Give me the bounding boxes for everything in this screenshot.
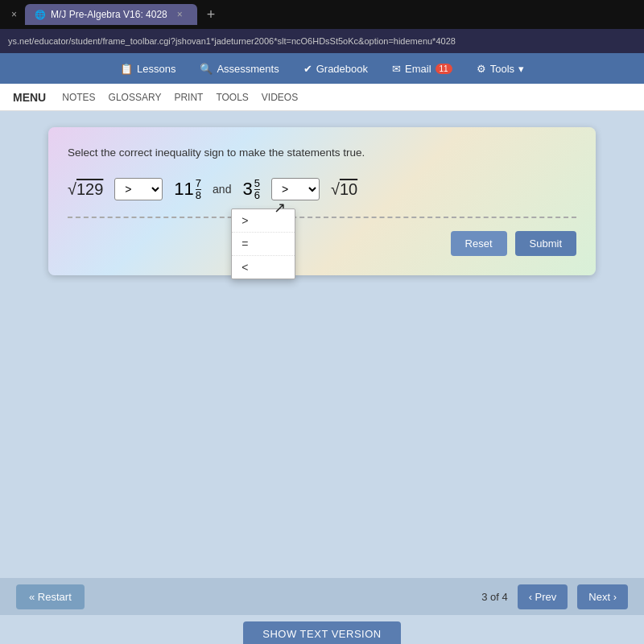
expr2-mixed: 3 5 6 xyxy=(242,178,259,200)
url-bar: ys.net/educator/student/frame_toolbar.cg… xyxy=(0,29,644,53)
main-content: Select the correct inequality sign to ma… xyxy=(0,111,644,578)
assessments-label: Assessments xyxy=(217,63,279,75)
tab-icon: 🌐 xyxy=(35,10,46,20)
url-text: ys.net/educator/student/frame_toolbar.cg… xyxy=(8,36,456,46)
page-info: 3 of 4 xyxy=(481,591,508,603)
email-icon: ✉ xyxy=(392,63,401,75)
radical2-value: 10 xyxy=(340,180,357,199)
fraction1-num: 7 xyxy=(196,178,201,190)
inequality-select-2[interactable]: > = < xyxy=(271,178,320,200)
menu-print[interactable]: PRINT xyxy=(174,92,203,103)
expr1-radical: √129 xyxy=(68,180,103,199)
option-equal[interactable]: = xyxy=(232,233,295,256)
pagination-area: 3 of 4 ‹ Prev Next › xyxy=(481,584,628,609)
action-buttons: Reset Submit xyxy=(68,231,576,256)
show-text-bar: SHOW TEXT VERSION xyxy=(0,615,644,644)
tab-title: M/J Pre-Algebra V16: 4028 xyxy=(51,9,167,20)
restart-button[interactable]: « Restart xyxy=(16,584,85,609)
nav-tools[interactable]: ⚙ Tools ▾ xyxy=(477,63,524,75)
tab-close-active[interactable]: × xyxy=(172,7,188,22)
active-tab[interactable]: 🌐 M/J Pre-Algebra V16: 4028 × xyxy=(25,4,197,25)
bottom-nav-bar: « Restart 3 of 4 ‹ Prev Next › xyxy=(0,578,644,615)
tab-close-x[interactable]: × xyxy=(6,7,22,22)
prev-button[interactable]: ‹ Prev xyxy=(518,584,568,609)
menu-tools[interactable]: TOOLS xyxy=(216,92,248,103)
menu-glossary[interactable]: GLOSSARY xyxy=(109,92,162,103)
mixed1-whole: 11 xyxy=(174,179,193,200)
nav-bar: 📋 Lessons 🔍 Assessments ✔ Gradebook ✉ Em… xyxy=(0,53,644,84)
tools-label: Tools xyxy=(490,63,514,75)
question-instruction: Select the correct inequality sign to ma… xyxy=(68,147,576,159)
next-button[interactable]: Next › xyxy=(577,584,628,609)
fraction2-den: 6 xyxy=(254,190,260,200)
mixed2-whole: 3 xyxy=(242,179,252,200)
gradebook-icon: ✔ xyxy=(303,63,312,75)
lessons-label: Lessons xyxy=(137,63,175,75)
menu-notes[interactable]: NOTES xyxy=(62,92,95,103)
divider xyxy=(68,217,576,218)
radical2-symbol: √ xyxy=(331,180,340,199)
menu-label[interactable]: MENU xyxy=(13,91,46,104)
submit-button[interactable]: Submit xyxy=(515,231,576,256)
new-tab-button[interactable]: + xyxy=(200,6,222,23)
tools-icon: ⚙ xyxy=(477,63,486,75)
nav-gradebook[interactable]: ✔ Gradebook xyxy=(303,63,368,75)
fraction2-num: 5 xyxy=(254,178,260,190)
expr1-mixed: 11 7 8 xyxy=(174,178,201,200)
option-less[interactable]: < xyxy=(232,256,295,279)
dropdown1-container: > = < > = < ↗ xyxy=(114,178,163,200)
fraction1-den: 8 xyxy=(196,190,201,200)
and-text: and xyxy=(213,183,231,196)
menu-items: NOTES GLOSSARY PRINT TOOLS VIDEOS xyxy=(62,92,298,103)
email-badge: 11 xyxy=(436,64,452,74)
dropdown1-open-menu: > = < xyxy=(231,208,295,279)
radical1-symbol: √ xyxy=(68,180,76,199)
math-row: √129 > = < > = < ↗ 11 xyxy=(68,178,576,200)
gradebook-label: Gradebook xyxy=(316,63,368,75)
inequality-select-1[interactable]: > = < xyxy=(114,178,163,200)
nav-email[interactable]: ✉ Email 11 xyxy=(392,63,452,75)
expr2-radical: √10 xyxy=(331,180,357,199)
question-card: Select the correct inequality sign to ma… xyxy=(48,127,596,275)
nav-lessons[interactable]: 📋 Lessons xyxy=(120,63,175,75)
menu-bar: MENU NOTES GLOSSARY PRINT TOOLS VIDEOS xyxy=(0,84,644,111)
option-greater[interactable]: > xyxy=(232,209,295,233)
radical1-value: 129 xyxy=(76,180,103,199)
fraction2: 5 6 xyxy=(254,178,260,200)
reset-button[interactable]: Reset xyxy=(451,231,507,256)
browser-tab-bar: × 🌐 M/J Pre-Algebra V16: 4028 × + xyxy=(0,0,644,29)
lessons-icon: 📋 xyxy=(120,63,133,75)
assessments-icon: 🔍 xyxy=(200,63,213,75)
nav-assessments[interactable]: 🔍 Assessments xyxy=(200,63,279,75)
fraction1: 7 8 xyxy=(196,178,201,200)
menu-videos[interactable]: VIDEOS xyxy=(262,92,298,103)
show-text-button[interactable]: SHOW TEXT VERSION xyxy=(243,621,400,645)
email-label: Email xyxy=(405,63,431,75)
tools-chevron-icon: ▾ xyxy=(518,63,524,75)
